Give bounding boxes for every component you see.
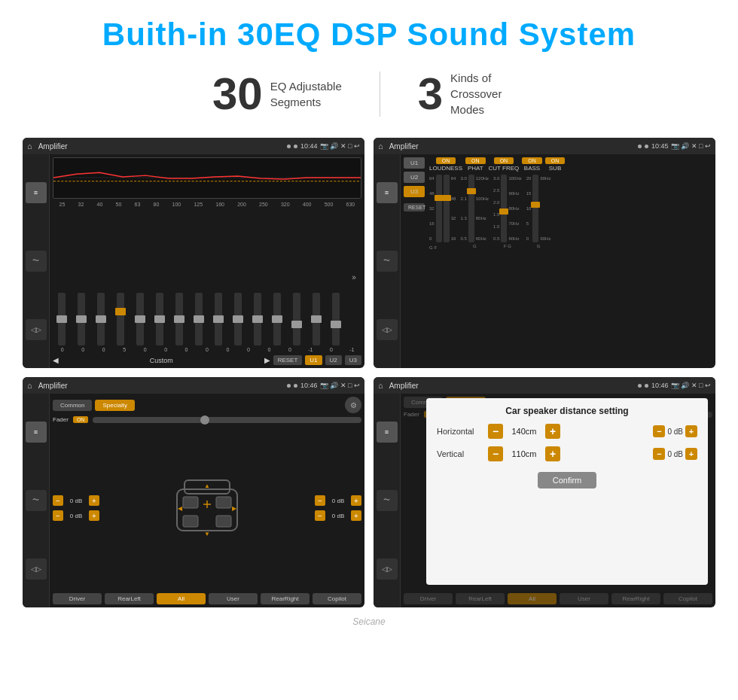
xo-cutfreq-on[interactable]: ON (494, 157, 514, 164)
eq-thumb-10[interactable] (252, 315, 263, 323)
dist-vert-minus[interactable]: − (488, 446, 503, 461)
status-bar-4: ⌂ Amplifier 10:46 📷 🔊 ✕ □ ↩ (374, 377, 715, 394)
dist-horiz-minus[interactable]: − (488, 424, 503, 439)
eq-u1-btn[interactable]: U1 (305, 355, 322, 365)
xo-sidebar-btn-3[interactable]: ◁▷ (377, 319, 398, 340)
eq-thumb-13[interactable] (311, 315, 322, 323)
settings-icon-3[interactable]: ⚙ (345, 397, 361, 413)
fader-label-3: Fader (53, 416, 69, 423)
xo-loudness-track-r[interactable] (444, 175, 450, 242)
xo-sidebar-btn-1[interactable]: ≡ (377, 182, 398, 203)
eq-thumb-0[interactable] (56, 315, 67, 323)
eq-thumb-2[interactable] (96, 315, 106, 323)
dist-sidebar-btn-3[interactable]: ◁▷ (377, 558, 398, 580)
xo-loudness-track-l[interactable] (436, 175, 442, 242)
screen-4-sidebar: ≡ 〜 ◁▷ (374, 394, 401, 607)
spk-driver-btn[interactable]: Driver (53, 593, 102, 604)
spk-rearleft-btn[interactable]: RearLeft (105, 593, 154, 604)
xo-u3-btn[interactable]: U3 (404, 186, 425, 197)
xo-sub-on[interactable]: ON (545, 157, 566, 164)
eq-thumb-1[interactable] (76, 315, 87, 323)
xo-loudness-on[interactable]: ON (436, 157, 456, 164)
xo-phat-on[interactable]: ON (465, 157, 486, 164)
spk-sidebar-btn-1[interactable]: ≡ (26, 422, 47, 443)
eq-thumb-3[interactable] (115, 308, 126, 315)
eq-labels: 25 32 40 50 63 80 100 125 160 200 250 32… (53, 202, 361, 207)
eq-thumb-9[interactable] (233, 315, 243, 323)
header-section: Buith-in 30EQ DSP Sound System (0, 0, 738, 60)
xo-bass-track[interactable] (501, 175, 507, 242)
db-plus-rr[interactable]: + (351, 510, 361, 521)
eq-sidebar-btn-3[interactable]: ◁▷ (26, 319, 47, 340)
home-icon-4[interactable]: ⌂ (378, 381, 383, 390)
xo-u2-btn[interactable]: U2 (404, 172, 425, 183)
eq-thumb-11[interactable] (272, 315, 282, 323)
tab-specialty-3[interactable]: Specialty (95, 400, 134, 411)
eq-slider-13 (313, 293, 320, 345)
home-icon-2[interactable]: ⌂ (378, 142, 383, 151)
eq-prev-btn[interactable]: ◀ (53, 356, 59, 364)
xo-cutfreq-track[interactable] (468, 175, 474, 242)
dist-sidebar-btn-1[interactable]: ≡ (377, 422, 398, 443)
eq-slider-8 (215, 293, 222, 345)
xo-sidebar-btn-2[interactable]: 〜 (377, 251, 398, 272)
db-plus-fl[interactable]: + (89, 495, 99, 506)
eq-thumb-12[interactable] (291, 321, 302, 328)
watermark-text: Seicane (352, 616, 385, 627)
eq-reset-btn[interactable]: RESET (273, 355, 303, 365)
xo-u1-btn[interactable]: U1 (404, 157, 425, 169)
eq-val-7: 0 (197, 347, 216, 352)
eq-next-btn[interactable]: ▶ (264, 356, 270, 364)
spk-all-btn[interactable]: All (157, 593, 206, 604)
tab-common-3[interactable]: Common (53, 400, 92, 411)
dist-horiz-db-plus[interactable]: + (685, 425, 697, 437)
eq-thumb-14[interactable] (331, 321, 341, 328)
spk-rearright-btn[interactable]: RearRight (261, 593, 310, 604)
fader-thumb-3[interactable] (200, 415, 209, 425)
eq-thumb-4[interactable] (135, 315, 145, 323)
xo-loudness-thumb-r[interactable] (442, 195, 451, 201)
dist-vert-plus[interactable]: + (545, 446, 560, 461)
spk-user-btn[interactable]: User (209, 593, 258, 604)
eq-thumb-7[interactable] (194, 315, 204, 323)
spk-sidebar-btn-3[interactable]: ◁▷ (26, 558, 47, 580)
home-icon-1[interactable]: ⌂ (27, 142, 32, 151)
xo-sub-label: SUB (549, 165, 561, 172)
db-minus-rl[interactable]: − (53, 510, 63, 521)
svg-rect-8 (216, 516, 231, 527)
fader-toggle-3[interactable]: ON (73, 416, 89, 423)
dist-horiz-plus[interactable]: + (545, 424, 560, 439)
fader-slider-3[interactable] (93, 417, 361, 423)
dist-sidebar-btn-2[interactable]: 〜 (377, 490, 398, 511)
eq-sidebar-btn-1[interactable]: ≡ (26, 182, 47, 203)
time-3: 10:46 (300, 382, 318, 389)
eq-expand-icon[interactable]: » (352, 273, 356, 282)
xo-sub-thumb[interactable] (531, 202, 540, 208)
stats-row: 30 EQ AdjustableSegments 3 Kinds ofCross… (0, 60, 738, 133)
xo-cutfreq-thumb[interactable] (467, 188, 476, 194)
home-icon-3[interactable]: ⌂ (27, 381, 32, 390)
eq-u3-btn[interactable]: U3 (345, 355, 361, 365)
eq-thumb-8[interactable] (213, 315, 224, 323)
xo-bass-thumb[interactable] (499, 208, 508, 215)
dist-horiz-db-minus[interactable]: − (653, 425, 665, 437)
dot-6 (294, 384, 297, 388)
eq-thumb-5[interactable] (154, 315, 165, 323)
xo-bass-on[interactable]: ON (522, 157, 542, 164)
db-minus-rr[interactable]: − (315, 510, 325, 521)
eq-u2-btn[interactable]: U2 (325, 355, 342, 365)
speaker-bottom-3: Driver RearLeft All User RearRight Copil… (53, 593, 361, 604)
eq-sidebar-btn-2[interactable]: 〜 (26, 251, 47, 272)
db-minus-fr[interactable]: − (315, 495, 325, 506)
db-minus-fl[interactable]: − (53, 495, 63, 506)
dist-vert-db-plus[interactable]: + (685, 448, 697, 460)
confirm-button[interactable]: Confirm (538, 472, 597, 488)
spk-copilot-btn[interactable]: Copilot (313, 593, 361, 604)
spk-sidebar-btn-2[interactable]: 〜 (26, 490, 47, 511)
dist-vert-db-minus[interactable]: − (653, 448, 665, 460)
db-plus-fr[interactable]: + (351, 495, 361, 506)
db-plus-rl[interactable]: + (89, 510, 99, 521)
xo-sub-track[interactable] (532, 175, 538, 242)
eq-thumb-6[interactable] (174, 315, 184, 323)
xo-reset-btn[interactable]: RESET (404, 203, 425, 212)
